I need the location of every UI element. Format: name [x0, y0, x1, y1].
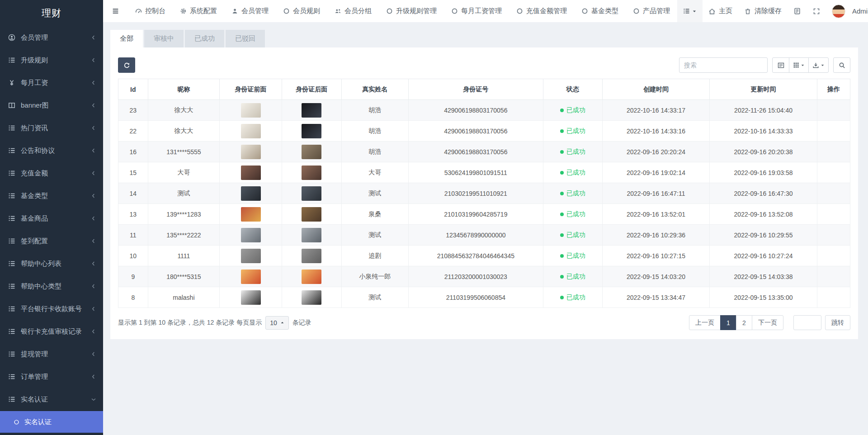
id-card-front-image[interactable]: [241, 249, 261, 263]
sidebar-item[interactable]: 签到配置: [0, 230, 103, 252]
columns-dropdown-button[interactable]: [789, 57, 809, 73]
id-card-back-image[interactable]: [302, 207, 321, 222]
tabs-list-dropdown-button[interactable]: [677, 0, 703, 22]
id-card-front-image[interactable]: [241, 228, 261, 242]
id-card-back-image[interactable]: [302, 270, 321, 284]
id-card-front-image[interactable]: [241, 103, 261, 118]
sidebar-item[interactable]: 升级规则: [0, 49, 103, 71]
sidebar-item[interactable]: 每月工资: [0, 71, 103, 94]
sidebar-item[interactable]: 平台银行卡收款账号: [0, 298, 103, 320]
filter-tab[interactable]: 已驳回: [226, 30, 265, 47]
column-header[interactable]: 身份证后面: [282, 79, 341, 100]
cell-id-number: 429006198803170056: [408, 142, 543, 162]
sidebar-item[interactable]: 公告和协议: [0, 139, 103, 162]
sidebar-toggle-button[interactable]: [103, 0, 128, 22]
sidebar-item[interactable]: banner图: [0, 94, 103, 117]
list-icon: [8, 192, 15, 199]
jump-page-input[interactable]: [793, 315, 821, 330]
topnav-tab[interactable]: 系统配置: [173, 0, 224, 22]
topnav-tab[interactable]: 会员规则: [276, 0, 327, 22]
column-header[interactable]: 身份证号: [408, 79, 543, 100]
detail-view-button[interactable]: [772, 57, 789, 73]
id-card-front-image[interactable]: [241, 207, 261, 222]
id-card-back-image[interactable]: [302, 186, 321, 201]
cell-updated-time: 2022-09-16 10:29:55: [710, 225, 817, 246]
cell-actions: [817, 225, 850, 246]
id-card-back-image[interactable]: [302, 103, 321, 118]
id-card-back-image[interactable]: [302, 228, 321, 242]
column-header[interactable]: 昵称: [148, 79, 220, 100]
column-header[interactable]: Id: [118, 79, 148, 100]
expand-icon: [813, 8, 820, 15]
clear-cache-button[interactable]: 清除缓存: [738, 0, 788, 22]
sidebar-item[interactable]: 热门资讯: [0, 117, 103, 139]
topnav-tab[interactable]: 产品管理: [626, 0, 677, 22]
column-header[interactable]: 创建时间: [602, 79, 709, 100]
topnav-tab[interactable]: 基金类型: [574, 0, 626, 22]
sidebar-item[interactable]: 会员管理: [0, 26, 103, 49]
column-header[interactable]: 身份证前面: [220, 79, 282, 100]
topnav-tab[interactable]: 控制台: [128, 0, 173, 22]
id-card-front-image[interactable]: [241, 124, 261, 138]
id-card-front-image[interactable]: [241, 145, 261, 159]
id-card-back-image[interactable]: [302, 124, 321, 138]
column-header[interactable]: 更新时间: [710, 79, 817, 100]
log-button[interactable]: [788, 0, 807, 22]
search-button[interactable]: [833, 57, 850, 73]
home-label: 主页: [719, 7, 732, 15]
sidebar-item[interactable]: 基金类型: [0, 184, 103, 207]
user-menu[interactable]: Admin: [826, 0, 868, 22]
page-number-button[interactable]: 1: [720, 315, 736, 330]
column-header[interactable]: 真实姓名: [341, 79, 408, 100]
circle-icon: [386, 8, 393, 14]
fullscreen-button[interactable]: [807, 0, 826, 22]
topnav-tab[interactable]: 升级规则管理: [379, 0, 444, 22]
sidebar-item[interactable]: 帮助中心类型: [0, 275, 103, 298]
export-dropdown-button[interactable]: [808, 57, 829, 73]
sidebar-item[interactable]: 帮助中心列表: [0, 252, 103, 275]
id-card-back-image[interactable]: [302, 249, 321, 263]
sidebar-item[interactable]: 实名认证: [0, 388, 103, 411]
topnav-tab[interactable]: 充值金额管理: [509, 0, 574, 22]
id-card-front-image[interactable]: [241, 165, 261, 180]
search-input[interactable]: [679, 57, 768, 73]
id-card-back-image[interactable]: [302, 290, 321, 305]
prev-page-button[interactable]: 上一页: [689, 315, 721, 330]
sidebar-subitem[interactable]: 实名认证: [0, 411, 103, 433]
topnav-tab-label: 会员规则: [293, 7, 320, 15]
filter-tab[interactable]: 审核中: [144, 30, 184, 47]
sidebar-item[interactable]: 充值金额: [0, 162, 103, 184]
sidebar-item[interactable]: 基金商品: [0, 207, 103, 230]
filter-tab[interactable]: 已成功: [185, 30, 224, 47]
refresh-button[interactable]: [118, 57, 135, 73]
list-icon: [683, 8, 690, 14]
topnav-tab[interactable]: 会员管理: [224, 0, 276, 22]
id-card-back-image[interactable]: [302, 165, 321, 180]
page-number-button[interactable]: 2: [736, 315, 752, 330]
id-card-front-image[interactable]: [241, 290, 261, 305]
topnav-tab-label: 升级规则管理: [396, 7, 437, 15]
cell-updated-time: 2022-09-15 13:35:00: [710, 287, 817, 308]
id-card-front-image[interactable]: [241, 186, 261, 201]
cell-nickname: 大哥: [148, 162, 220, 183]
jump-button[interactable]: 跳转: [825, 315, 850, 330]
page-size-select[interactable]: 10: [265, 316, 289, 330]
sidebar-item[interactable]: 提现管理: [0, 343, 103, 365]
next-page-button[interactable]: 下一页: [752, 315, 783, 330]
sidebar-item[interactable]: 银行卡充值审核记录: [0, 320, 103, 343]
filter-tab[interactable]: 全部: [110, 30, 143, 47]
column-header[interactable]: 操作: [817, 79, 850, 100]
chevron-left-icon: [90, 147, 97, 154]
topnav-tab-label: 产品管理: [643, 7, 670, 15]
id-card-back-image[interactable]: [302, 145, 321, 159]
cell-created-time: 2022-09-16 10:27:15: [602, 246, 709, 266]
topnav-tab[interactable]: 会员分组: [327, 0, 379, 22]
sidebar-item-label: 签到配置: [21, 237, 85, 246]
id-card-front-image[interactable]: [241, 270, 261, 284]
home-button[interactable]: 主页: [703, 0, 738, 22]
topnav-tab[interactable]: 每月工资管理: [444, 0, 509, 22]
status-dot-icon: [560, 109, 564, 112]
column-header[interactable]: 状态: [543, 79, 602, 100]
sidebar-item[interactable]: 订单管理: [0, 365, 103, 388]
list-icon: [8, 350, 15, 358]
